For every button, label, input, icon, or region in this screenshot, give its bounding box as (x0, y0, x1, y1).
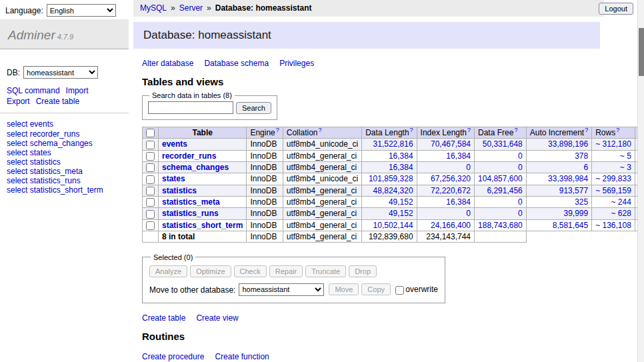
overwrite-checkbox[interactable] (395, 286, 404, 295)
op-button-truncate[interactable]: Truncate (305, 265, 346, 277)
value-link[interactable]: 0 (518, 163, 523, 172)
sidebar-link-import[interactable]: Import (66, 86, 89, 95)
value-link[interactable]: 188,743,680 (478, 221, 523, 230)
op-button-check[interactable]: Check (234, 265, 267, 277)
value-link[interactable]: 325 (575, 197, 588, 207)
value-link[interactable]: 39,999 (563, 209, 588, 218)
sidebar-select-schema-changes[interactable]: select schema_changes (7, 139, 122, 148)
move-db-select[interactable]: homeassistant (239, 283, 324, 296)
value-link[interactable]: ~ 136,108 (595, 221, 631, 230)
row-checkbox[interactable] (146, 187, 155, 195)
value-link[interactable]: 24,166,400 (431, 221, 471, 230)
copy-button[interactable]: Copy (361, 283, 391, 295)
value-link[interactable]: 10,502,144 (373, 221, 413, 230)
sidebar-select-statistics[interactable]: select statistics (7, 157, 122, 167)
search-button[interactable]: Search (236, 102, 271, 114)
sidebar-select-statistics-short-term[interactable]: select statistics_short_term (7, 185, 122, 195)
value-link[interactable]: 16,384 (446, 151, 471, 161)
sidebar-link-create-table[interactable]: Create table (36, 97, 79, 106)
table-link-states[interactable]: states (162, 174, 185, 183)
row-checkbox[interactable] (146, 141, 155, 149)
value-link[interactable]: 48,824,320 (373, 186, 413, 195)
value-link[interactable]: 49,152 (389, 209, 413, 218)
help-link[interactable]: ? (514, 127, 517, 133)
value-link[interactable]: 913,577 (559, 186, 588, 195)
value-link[interactable]: ~ 3 (620, 163, 631, 172)
move-button[interactable]: Move (329, 283, 359, 295)
row-checkbox[interactable] (146, 175, 155, 184)
value-link[interactable]: 6,291,456 (487, 186, 522, 195)
value-link[interactable]: 16,384 (389, 163, 413, 172)
breadcrumb-link-mysql[interactable]: MySQL (140, 3, 167, 13)
sidebar-select-states[interactable]: select states (7, 148, 122, 157)
sidebar-select-statistics-meta[interactable]: select statistics_meta (7, 167, 122, 176)
value-link[interactable]: 33,898,196 (548, 139, 588, 149)
value-link[interactable]: ~ 299,833 (595, 174, 631, 183)
row-checkbox[interactable] (146, 221, 155, 230)
table-link-statistics-short-term[interactable]: statistics_short_term (162, 221, 243, 230)
help-link[interactable]: ? (318, 127, 321, 133)
value-link[interactable]: 104,857,600 (478, 174, 523, 183)
value-link[interactable]: 31,522,816 (373, 139, 413, 149)
sidebar-select-recorder-runs[interactable]: select recorder_runs (7, 129, 122, 139)
value-link[interactable]: 67,256,320 (431, 174, 471, 183)
breadcrumb-link-server[interactable]: Server (179, 3, 203, 13)
link-alter-database[interactable]: Alter database (142, 59, 193, 68)
value-link[interactable]: 378 (575, 151, 588, 161)
link-database-schema[interactable]: Database schema (204, 59, 269, 68)
value-link[interactable]: 70,467,584 (431, 139, 471, 149)
value-link[interactable]: 72,220,672 (431, 186, 471, 195)
value-link[interactable]: 8,581,645 (553, 221, 588, 230)
help-link[interactable]: ? (276, 127, 279, 133)
value-link[interactable]: 16,384 (389, 151, 413, 161)
row-checkbox[interactable] (146, 152, 155, 161)
row-checkbox[interactable] (146, 198, 155, 207)
table-link-statistics[interactable]: statistics (162, 186, 197, 195)
help-link[interactable]: ? (616, 127, 619, 133)
table-link-schema-changes[interactable]: schema_changes (162, 163, 229, 172)
value-link[interactable]: 0 (518, 151, 523, 161)
value-link[interactable]: 0 (466, 163, 471, 172)
value-link[interactable]: 16,384 (446, 197, 471, 207)
help-link[interactable]: ? (585, 127, 588, 133)
link-create-view[interactable]: Create view (196, 313, 238, 323)
help-link[interactable]: ? (467, 127, 471, 133)
value-link[interactable]: ~ 569,159 (595, 186, 631, 195)
link-create-function[interactable]: Create function (215, 352, 269, 361)
value-link[interactable]: 33,398,984 (548, 174, 588, 183)
value-link[interactable]: 0 (518, 197, 523, 207)
op-button-repair[interactable]: Repair (269, 265, 303, 277)
db-select[interactable]: homeassistant (23, 66, 98, 79)
value-link[interactable]: 0 (466, 209, 471, 218)
help-link[interactable]: ? (410, 127, 413, 133)
sidebar-link-export[interactable]: Export (7, 97, 30, 106)
value-link[interactable]: 6 (583, 163, 588, 172)
table-link-statistics-runs[interactable]: statistics_runs (162, 209, 219, 218)
search-input[interactable] (148, 101, 233, 114)
row-checkbox[interactable] (146, 163, 155, 172)
sidebar-select-statistics-runs[interactable]: select statistics_runs (7, 176, 122, 185)
op-button-drop[interactable]: Drop (349, 265, 377, 277)
sidebar-select-events[interactable]: select events (7, 119, 122, 129)
sidebar-link-sql-command[interactable]: SQL command (7, 86, 60, 95)
value-link[interactable]: 101,859,328 (369, 174, 413, 183)
value-link[interactable]: 50,331,648 (483, 139, 523, 149)
logout-button[interactable]: Logout (599, 3, 633, 15)
op-button-analyze[interactable]: Analyze (149, 265, 187, 277)
scrollbar-thumb[interactable] (639, 28, 644, 76)
link-create-table[interactable]: Create table (142, 313, 185, 323)
table-link-recorder-runs[interactable]: recorder_runs (162, 151, 216, 161)
select-all-checkbox[interactable] (146, 129, 155, 137)
row-checkbox[interactable] (146, 210, 155, 219)
value-link[interactable]: 0 (518, 209, 523, 218)
table-link-statistics-meta[interactable]: statistics_meta (162, 197, 220, 207)
language-select[interactable]: English (47, 4, 116, 17)
op-button-optimize[interactable]: Optimize (190, 265, 231, 277)
value-link[interactable]: ~ 5 (620, 151, 631, 161)
value-link[interactable]: ~ 244 (611, 197, 631, 207)
value-link[interactable]: ~ 628 (611, 209, 631, 218)
value-link[interactable]: ~ 312,180 (595, 139, 631, 149)
table-link-events[interactable]: events (162, 139, 187, 149)
link-privileges[interactable]: Privileges (279, 59, 314, 68)
vertical-scrollbar[interactable] (637, 0, 644, 362)
